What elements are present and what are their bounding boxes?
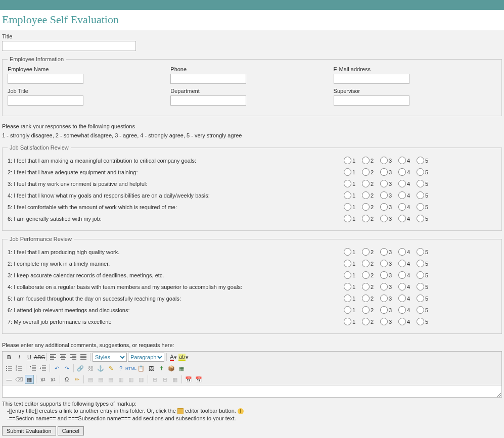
rating-option[interactable]: 4: [398, 203, 417, 211]
rating-radio[interactable]: [344, 180, 351, 187]
rating-option[interactable]: 4: [398, 260, 417, 267]
rating-radio[interactable]: [380, 168, 388, 176]
rating-radio[interactable]: [398, 180, 406, 187]
rating-radio[interactable]: [344, 295, 351, 302]
email-input[interactable]: [334, 74, 409, 84]
rating-option[interactable]: 2: [362, 295, 380, 302]
superscript-button[interactable]: x2: [49, 375, 58, 384]
bold-button[interactable]: B: [5, 353, 14, 362]
rating-option[interactable]: 4: [398, 191, 417, 199]
rating-radio[interactable]: [344, 191, 351, 199]
rating-option[interactable]: 3: [380, 318, 398, 325]
highlight-button[interactable]: ab▾: [179, 353, 188, 362]
rating-radio[interactable]: [417, 168, 424, 176]
rating-radio[interactable]: [344, 306, 351, 314]
rating-radio[interactable]: [380, 271, 388, 279]
rating-radio[interactable]: [344, 283, 351, 290]
rating-option[interactable]: 3: [380, 157, 398, 164]
styles-select[interactable]: Styles: [93, 353, 127, 362]
date-button[interactable]: 📅: [184, 375, 193, 384]
rating-option[interactable]: 2: [362, 318, 380, 325]
rating-option[interactable]: 1: [344, 260, 362, 267]
rating-option[interactable]: 2: [362, 283, 380, 290]
rating-option[interactable]: 2: [362, 157, 380, 164]
rating-radio[interactable]: [398, 295, 406, 302]
rating-option[interactable]: 3: [380, 168, 398, 176]
rating-radio[interactable]: [344, 260, 351, 267]
rating-option[interactable]: 1: [344, 191, 362, 199]
rating-option[interactable]: 2: [362, 180, 380, 187]
cancel-button[interactable]: Cancel: [58, 426, 84, 435]
html-button[interactable]: HTML: [126, 364, 135, 373]
col-after-button[interactable]: ▥: [126, 375, 135, 384]
rating-option[interactable]: 4: [398, 168, 417, 176]
info-icon[interactable]: i: [238, 408, 244, 414]
help-button[interactable]: ?: [116, 364, 125, 373]
rating-radio[interactable]: [344, 168, 351, 176]
box-button[interactable]: 📦: [167, 364, 176, 373]
rating-option[interactable]: 5: [417, 157, 435, 164]
rating-radio[interactable]: [344, 215, 351, 222]
rating-radio[interactable]: [362, 157, 370, 164]
rating-radio[interactable]: [398, 260, 406, 267]
rating-option[interactable]: 5: [417, 191, 435, 199]
rating-option[interactable]: 1: [344, 318, 362, 325]
department-input[interactable]: [170, 95, 246, 106]
rating-radio[interactable]: [380, 191, 388, 199]
rating-option[interactable]: 3: [380, 260, 398, 267]
anchor-button[interactable]: ⚓: [96, 364, 105, 373]
special-char-button[interactable]: Ω: [62, 375, 71, 384]
col-delete-button[interactable]: ▥: [136, 375, 146, 384]
rating-radio[interactable]: [398, 318, 406, 325]
rating-radio[interactable]: [398, 283, 406, 290]
strike-button[interactable]: ABC: [35, 353, 44, 362]
rating-radio[interactable]: [417, 248, 424, 256]
rating-option[interactable]: 2: [362, 271, 380, 279]
phone-input[interactable]: [170, 74, 246, 84]
rating-option[interactable]: 3: [380, 295, 398, 302]
rating-radio[interactable]: [417, 203, 424, 211]
rating-radio[interactable]: [398, 248, 406, 256]
rating-option[interactable]: 1: [344, 215, 362, 222]
rating-option[interactable]: 3: [380, 191, 398, 199]
align-justify-button[interactable]: [79, 353, 88, 362]
attach-button[interactable]: ⬆: [157, 364, 166, 373]
rating-radio[interactable]: [417, 283, 424, 290]
time-button[interactable]: 📅: [194, 375, 203, 384]
underline-button[interactable]: U: [25, 353, 34, 362]
rating-option[interactable]: 4: [398, 215, 417, 222]
rating-option[interactable]: 2: [362, 191, 380, 199]
align-left-button[interactable]: [49, 353, 58, 362]
rating-option[interactable]: 4: [398, 295, 417, 302]
rating-radio[interactable]: [380, 203, 388, 211]
rating-option[interactable]: 5: [417, 306, 435, 314]
rating-radio[interactable]: [380, 306, 388, 314]
redo-button[interactable]: ↷: [62, 364, 71, 373]
rating-radio[interactable]: [398, 203, 406, 211]
rating-radio[interactable]: [380, 260, 388, 267]
edit-button[interactable]: ✏: [72, 375, 81, 384]
paragraph-select[interactable]: Paragraph: [128, 353, 164, 362]
align-center-button[interactable]: [59, 353, 68, 362]
rating-option[interactable]: 1: [344, 306, 362, 314]
indent-button[interactable]: [38, 364, 48, 373]
rating-radio[interactable]: [398, 191, 406, 199]
rating-radio[interactable]: [380, 157, 388, 164]
rating-option[interactable]: 4: [398, 180, 417, 187]
numbered-list-button[interactable]: 123: [15, 364, 24, 373]
rating-option[interactable]: 5: [417, 318, 435, 325]
remove-format-button[interactable]: ⌫: [15, 375, 24, 384]
rating-option[interactable]: 1: [344, 157, 362, 164]
rating-option[interactable]: 2: [362, 248, 380, 256]
rating-option[interactable]: 3: [380, 180, 398, 187]
rating-radio[interactable]: [417, 260, 424, 267]
bullet-list-button[interactable]: [5, 364, 14, 373]
rating-option[interactable]: 3: [380, 203, 398, 211]
rating-option[interactable]: 1: [344, 295, 362, 302]
rating-option[interactable]: 1: [344, 168, 362, 176]
rating-option[interactable]: 1: [344, 180, 362, 187]
text-color-button[interactable]: A▾: [169, 353, 178, 362]
rating-option[interactable]: 3: [380, 248, 398, 256]
media-button[interactable]: ▦: [177, 364, 186, 373]
rating-radio[interactable]: [417, 157, 424, 164]
